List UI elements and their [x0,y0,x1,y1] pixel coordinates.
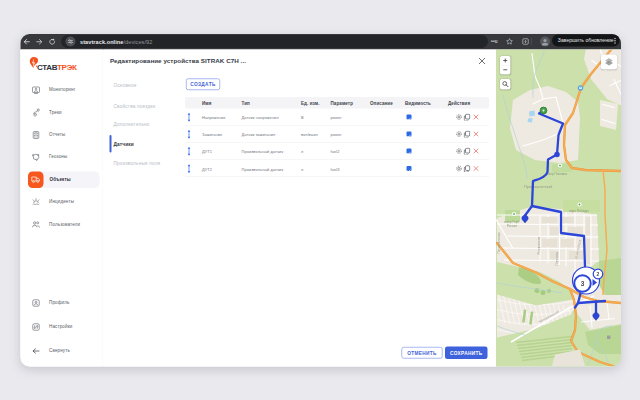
svg-text:сквер Павлины: сквер Павлины [546,172,567,176]
svg-text:России: России [507,224,517,228]
svg-text:Промышленный: Промышленный [524,185,552,189]
svg-text:3: 3 [581,280,585,287]
svg-text:Пирогова: Пирогова [555,252,559,265]
svg-text:Рогожникова: Рогожникова [537,236,541,254]
svg-text:Перспективная: Перспективная [497,232,501,254]
svg-text:2: 2 [597,271,600,277]
svg-text:парк Победы: парк Победы [569,209,589,213]
